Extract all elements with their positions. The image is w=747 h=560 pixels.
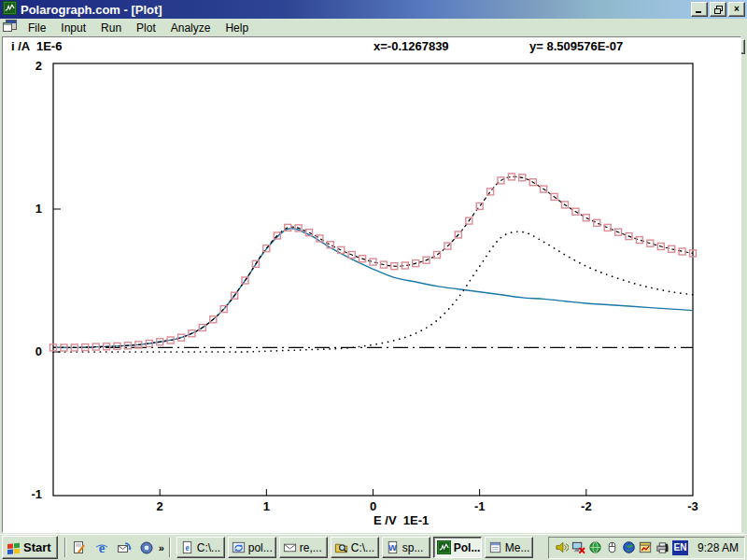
media-player-icon: [139, 540, 154, 555]
network-error-icon: [571, 540, 585, 554]
experimental-point-marker: [679, 248, 685, 255]
separator: [169, 538, 171, 557]
x-tick-label: -3: [687, 499, 698, 513]
y-tick-label: 2: [35, 59, 42, 73]
experimental-point-marker: [604, 224, 611, 231]
quick-launch-internet-explorer-icon[interactable]: e: [92, 538, 112, 558]
series-fitted-total: [53, 176, 693, 347]
tray-mouse-icon[interactable]: [605, 540, 620, 555]
tray-globe-icon[interactable]: [622, 540, 637, 555]
experimental-point-marker: [370, 259, 376, 265]
quick-launch: e: [69, 538, 157, 558]
new-document-icon: [72, 540, 87, 555]
y-tick-label: 1: [35, 202, 42, 216]
sync-icon: [232, 540, 246, 554]
task-buttons: eC:\...pol...re,...C:\...Wsp...Pol...Me.…: [176, 537, 533, 558]
globe-icon: [622, 540, 636, 554]
svg-text:e: e: [98, 540, 105, 555]
series-component-1: [53, 229, 693, 348]
tray-scheduler-icon[interactable]: [639, 540, 654, 555]
outlook-express-icon: [117, 540, 132, 555]
y-tick-label: -1: [31, 487, 42, 501]
series-component-2: [53, 231, 693, 352]
tray-volume-icon[interactable]: [555, 540, 570, 555]
x-tick-label: 1: [263, 499, 270, 513]
task-button-sync[interactable]: pol...: [228, 537, 276, 558]
task-button-label: C:\...: [351, 541, 374, 554]
mail-icon: [283, 540, 297, 554]
ie-document-icon: e: [180, 540, 194, 554]
plot-canvas[interactable]: 210-1-2-3210-1: [0, 0, 747, 534]
windows-logo-icon: [7, 541, 21, 554]
x-tick-label: 2: [157, 499, 163, 513]
quick-launch-new-document-icon[interactable]: [69, 538, 90, 558]
task-button-label: sp...: [402, 541, 424, 554]
y-tick-label: 0: [35, 344, 42, 358]
x-tick-label: 0: [370, 499, 376, 513]
task-button-label: Me...: [505, 541, 530, 554]
task-button-mail[interactable]: re,...: [279, 537, 328, 558]
task-button-word-document[interactable]: Wsp...: [382, 537, 430, 558]
task-button-ie-document[interactable]: eC:\...: [176, 537, 225, 558]
separator: [64, 538, 66, 557]
internet-explorer-icon: e: [94, 540, 109, 555]
language-indicator[interactable]: EN: [672, 540, 688, 555]
task-button-label: pol...: [248, 541, 273, 554]
system-tray: EN 9:28 AM: [548, 537, 745, 559]
svg-text:e: e: [185, 543, 189, 553]
task-button-label: C:\...: [197, 541, 220, 554]
printer-icon: [655, 540, 669, 554]
experimental-point-marker: [636, 237, 642, 244]
word-document-icon: W: [386, 540, 400, 554]
svg-text:W: W: [388, 543, 397, 553]
connection-icon: [588, 540, 602, 554]
polarograph-icon: [437, 540, 451, 554]
search-folder-icon: [334, 540, 348, 554]
task-button-polarograph[interactable]: Pol...: [433, 537, 482, 558]
scheduler-icon: [639, 540, 653, 554]
start-label: Start: [23, 540, 51, 554]
taskbar: Start e » eC:\...pol...re,...C:\...Wsp..…: [0, 534, 747, 560]
task-button-label: Pol...: [454, 541, 481, 554]
task-button-label: re,...: [300, 541, 322, 554]
tray-connection-icon[interactable]: [588, 540, 603, 555]
tray-network-error-icon[interactable]: [571, 540, 586, 555]
x-tick-label: -2: [581, 499, 592, 513]
tray-printer-icon[interactable]: [655, 540, 670, 555]
plot-frame: [53, 63, 693, 496]
experimental-point-marker: [594, 219, 600, 226]
task-button-search-folder[interactable]: C:\...: [331, 537, 379, 558]
quick-launch-overflow-chevron[interactable]: »: [157, 542, 166, 553]
quick-launch-outlook-express-icon[interactable]: [114, 538, 134, 558]
mouse-icon: [605, 540, 619, 554]
taskbar-clock[interactable]: 9:28 AM: [698, 541, 739, 554]
volume-icon: [555, 540, 569, 554]
start-button[interactable]: Start: [2, 536, 58, 559]
quick-launch-media-player-icon[interactable]: [136, 538, 157, 558]
task-button-folder-window[interactable]: Me...: [485, 537, 533, 558]
folder-window-icon: [488, 540, 502, 554]
x-tick-label: -1: [474, 499, 486, 513]
